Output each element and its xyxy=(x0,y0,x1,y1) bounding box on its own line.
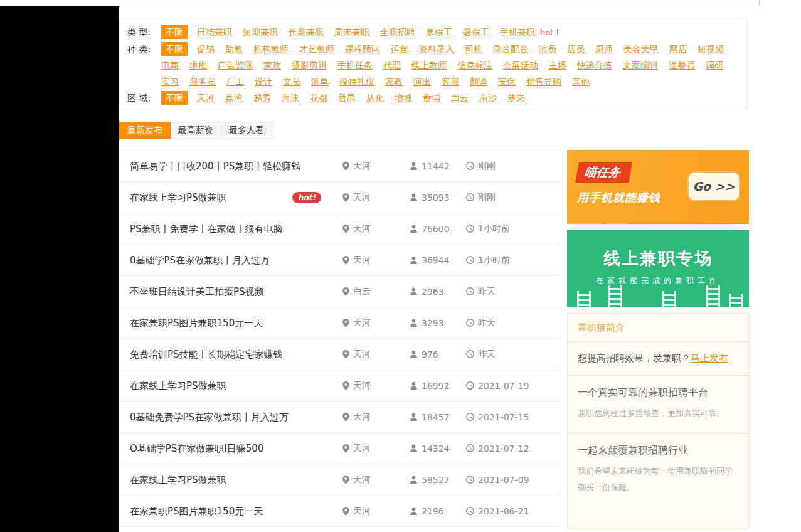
job-row[interactable]: 0基础免费学PS在家做兼职丨月入过万天河184572021-07-15 xyxy=(119,402,560,433)
filter-option[interactable]: 模特礼仪 xyxy=(339,73,374,90)
filter-option[interactable]: 全职招聘 xyxy=(380,24,415,40)
filter-option[interactable]: 寒假工 xyxy=(426,24,452,40)
filter-option[interactable]: 摄影剪辑 xyxy=(292,57,327,73)
filter-option[interactable]: 资料录入 xyxy=(419,41,454,57)
tab-most-viewed[interactable]: 最多人看 xyxy=(221,122,272,139)
filter-option[interactable]: 运营 xyxy=(391,41,408,57)
filter-option[interactable]: 花都 xyxy=(310,90,327,106)
job-title[interactable]: 在家兼职PS图片兼职150元一天 xyxy=(130,317,263,329)
filter-option[interactable]: 美容美甲 xyxy=(623,41,659,57)
job-row[interactable]: PS兼职丨免费学丨在家做丨须有电脑天河766001小时前 xyxy=(119,213,560,245)
filter-option[interactable]: 服务员 xyxy=(189,73,216,90)
filter-option[interactable]: 安保 xyxy=(498,73,516,90)
filter-option[interactable]: 从化 xyxy=(366,90,384,106)
go-button[interactable]: Go >> xyxy=(689,173,739,200)
filter-option[interactable]: 天河 xyxy=(197,90,215,106)
filter-option[interactable]: 调研 xyxy=(706,57,723,73)
job-title[interactable]: 0基础学PS在家做兼职丨月入过万 xyxy=(130,254,270,266)
filter-selected-unlimited[interactable]: 不限 xyxy=(161,25,188,39)
filter-option[interactable]: 实习 xyxy=(161,73,179,90)
filter-option[interactable]: 越秀 xyxy=(253,90,271,106)
filter-option[interactable]: 厂工 xyxy=(226,73,244,90)
filter-option[interactable]: 促销 xyxy=(197,41,215,57)
filter-option[interactable]: 助教 xyxy=(225,41,243,57)
filter-option[interactable]: 荔湾 xyxy=(225,90,243,106)
filter-option[interactable]: 长期兼职 xyxy=(289,24,324,40)
job-row[interactable]: 在家兼职PS图片兼职150元一天天河21962021-06-21 xyxy=(119,496,560,527)
filter-option[interactable]: 周末兼职 xyxy=(334,24,369,40)
filter-option[interactable]: 演出 xyxy=(413,73,431,90)
filter-selected-unlimited[interactable]: 不限 xyxy=(161,91,188,105)
job-title[interactable]: 在家线上学习PS做兼职 xyxy=(130,380,226,391)
filter-option[interactable]: 地推 xyxy=(189,57,207,73)
miao-task-banner[interactable]: 喵任务 用手机就能赚钱 Go >> xyxy=(567,150,749,224)
filter-option[interactable]: 线上教师 xyxy=(411,57,447,73)
tab-latest[interactable]: 最新发布 xyxy=(119,122,171,139)
filter-option[interactable]: 会展活动 xyxy=(503,57,538,73)
filter-option[interactable]: 短期兼职 xyxy=(243,24,278,40)
filter-option[interactable]: 送餐员 xyxy=(669,57,695,73)
filter-option[interactable]: 网店 xyxy=(669,41,687,57)
job-title[interactable]: 0基础免费学PS在家做兼职丨月入过万 xyxy=(130,411,289,423)
filter-option[interactable]: 白云 xyxy=(451,90,469,106)
filter-option[interactable]: 设计 xyxy=(255,73,272,90)
filter-option[interactable]: 派单 xyxy=(311,73,329,90)
job-row[interactable]: 在家线上学习PS做兼职天河169922021-07-19 xyxy=(119,370,560,402)
filter-option[interactable]: 课程顾问 xyxy=(345,41,380,57)
filter-option[interactable]: 录音配音 xyxy=(493,41,528,57)
filter-option[interactable]: 销售导购 xyxy=(526,73,561,90)
filter-option[interactable]: 主播 xyxy=(549,57,566,73)
job-row[interactable]: 简单易学丨日收200丨PS兼职丨轻松赚钱天河11442刚刚 xyxy=(119,151,560,182)
job-row[interactable]: 不坐班日结设计美工拍摄PS视频白云2963昨天 xyxy=(119,276,560,307)
filter-option[interactable]: 手机任务 xyxy=(337,57,373,73)
filter-option[interactable]: 增城 xyxy=(395,90,412,106)
job-row[interactable]: 0基础学PS在家做兼职丨月入过万天河369441小时前 xyxy=(119,245,560,276)
filter-option[interactable]: 店员 xyxy=(567,41,585,57)
filter-option[interactable]: 暑假工 xyxy=(463,24,489,40)
job-title[interactable]: 在家兼职PS图片兼职150元一天 xyxy=(130,505,263,517)
filter-option[interactable]: 番禺 xyxy=(338,90,356,106)
job-row[interactable]: 在家线上学习PS做兼职hot!天河35093刚刚 xyxy=(119,182,560,213)
filter-option[interactable]: 文案编辑 xyxy=(623,57,658,73)
online-jobs-banner[interactable]: 线上兼职专场 在家就能完成的兼职工作 xyxy=(567,230,749,307)
filter-option[interactable]: 翻译 xyxy=(470,73,487,90)
filter-option[interactable]: 黄埔 xyxy=(423,90,440,106)
filter-selected-unlimited[interactable]: 不限 xyxy=(161,42,188,56)
filter-option[interactable]: 海珠 xyxy=(282,90,299,106)
job-title[interactable]: 在家线上学习PS做兼职 xyxy=(130,191,226,203)
job-title[interactable]: 简单易学丨日收200丨PS兼职丨轻松赚钱 xyxy=(130,160,300,172)
job-title[interactable]: O基础学PS在家做兼职I日赚500 xyxy=(130,442,263,454)
job-row[interactable]: 免费培训PS技能丨长期稳定宅家赚钱天河976昨天 xyxy=(119,339,560,370)
filter-option[interactable]: 电商 xyxy=(161,57,179,73)
job-row[interactable]: O基础学PS在家做兼职I日赚500天河143242021-07-12 xyxy=(119,433,560,464)
job-title[interactable]: 免费培训PS技能丨长期稳定宅家赚钱 xyxy=(130,348,283,360)
filter-option[interactable]: 萝岗 xyxy=(507,90,525,106)
filter-option[interactable]: 客服 xyxy=(442,73,459,90)
publish-now-link[interactable]: 马上发布 xyxy=(691,353,728,364)
filter-option[interactable]: 演员 xyxy=(539,41,556,57)
tab-highest-salary[interactable]: 最高薪资 xyxy=(170,122,221,139)
filter-option[interactable]: 短视频 xyxy=(698,41,724,57)
job-title[interactable]: 不坐班日结设计美工拍摄PS视频 xyxy=(130,285,264,297)
job-views-meta: 36944 xyxy=(410,255,450,265)
filter-option[interactable]: 厨师 xyxy=(595,41,613,57)
filter-option[interactable]: 信息标注 xyxy=(457,57,492,73)
filter-option[interactable]: 南沙 xyxy=(479,90,497,106)
filter-option[interactable]: 才艺教师 xyxy=(299,41,334,57)
filter-option[interactable]: 文员 xyxy=(283,73,300,90)
job-row[interactable]: 在家兼职PS图片兼职150元一天天河3293昨天 xyxy=(119,307,560,339)
filter-option[interactable]: 日结兼职 xyxy=(197,24,232,40)
filter-option[interactable]: 司机 xyxy=(465,41,482,57)
filter-option[interactable]: 快递分拣 xyxy=(577,57,612,73)
filter-option[interactable]: 家政 xyxy=(263,57,281,73)
filter-option[interactable]: 其他 xyxy=(572,73,590,90)
filter-option[interactable]: 手机兼职 xyxy=(500,24,535,40)
filter-option[interactable]: 广告监测 xyxy=(218,57,253,73)
filter-option[interactable]: 代理 xyxy=(383,57,401,73)
filter-option[interactable]: 机构教师 xyxy=(253,41,289,57)
filter-option[interactable]: 家教 xyxy=(385,73,403,90)
hot-flag-text[interactable]: hot！ xyxy=(540,28,561,37)
job-title[interactable]: 在家线上学习PS做兼职 xyxy=(130,474,226,486)
job-title[interactable]: PS兼职丨免费学丨在家做丨须有电脑 xyxy=(130,223,283,235)
job-row[interactable]: 在家线上学习PS做兼职天河585272021-07-09 xyxy=(119,464,560,496)
